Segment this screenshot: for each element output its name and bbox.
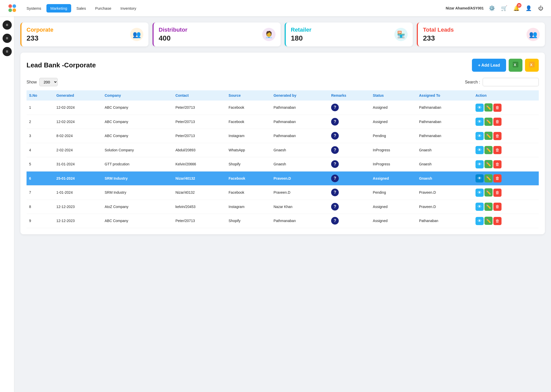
nav-link-marketing[interactable]: Marketing [46, 4, 71, 13]
stat-card-distributor[interactable]: Distributor 400 🧑‍💼 [153, 22, 281, 46]
show-select[interactable]: 200 100 50 [39, 78, 58, 86]
delete-button[interactable]: 🗑 [493, 174, 502, 182]
nav-link-systems[interactable]: Systems [22, 4, 45, 13]
stat-card-total-leads[interactable]: Total Leads 233 👥 [417, 22, 545, 46]
cell-3: Nizar/40132 [173, 186, 226, 200]
cell-5: Praveen.D [271, 171, 329, 186]
cell-3: Peter/20713 [173, 115, 226, 129]
view-button[interactable]: 👁 [475, 132, 484, 140]
cell-5: Pathmanaban [271, 214, 329, 228]
cell-remarks: ? [329, 214, 370, 228]
sidebar-icon-2[interactable]: ≡ [3, 34, 12, 43]
nav-links: SystemsMarketingSalesPurchaseInventory [22, 4, 446, 13]
view-button[interactable]: 👁 [475, 160, 484, 168]
cell-3: Peter/20713 [173, 129, 226, 143]
stat-icon-distributor: 🧑‍💼 [262, 28, 276, 41]
remarks-button[interactable]: ? [331, 146, 339, 154]
view-button[interactable]: 👁 [475, 174, 484, 182]
edit-button[interactable]: ✏️ [484, 174, 493, 182]
data-table: S.NoGeneratedCompanyContactSourceGenerat… [27, 90, 539, 228]
cell-2: AtoZ Company [102, 200, 173, 214]
remarks-button[interactable]: ? [331, 160, 339, 168]
edit-button[interactable]: ✏️ [484, 203, 493, 211]
edit-button[interactable]: ✏️ [484, 103, 493, 112]
cell-3: Peter/20713 [173, 101, 226, 115]
remarks-button[interactable]: ? [331, 132, 339, 140]
remarks-button[interactable]: ? [331, 104, 339, 111]
table-row: 531-01-2024GTT prodcutionKelvin/20666Sho… [27, 157, 539, 172]
view-button[interactable]: 👁 [475, 118, 484, 126]
cell-1: 12-02-2024 [54, 115, 102, 129]
delete-button[interactable]: 🗑 [493, 160, 502, 168]
logo [6, 2, 18, 14]
edit-button[interactable]: ✏️ [484, 160, 493, 168]
cart-icon[interactable]: 🛒 [500, 4, 508, 12]
edit-button[interactable]: ✏️ [484, 118, 493, 126]
cell-0: 3 [27, 129, 54, 143]
cell-status: InProgress [370, 143, 417, 157]
cell-status: Pending [370, 129, 417, 143]
delete-button[interactable]: 🗑 [493, 118, 502, 126]
cell-2: ABC Company [102, 115, 173, 129]
remarks-button[interactable]: ? [331, 203, 339, 211]
delete-button[interactable]: 🗑 [493, 132, 502, 140]
delete-button[interactable]: 🗑 [493, 189, 502, 197]
delete-button[interactable]: 🗑 [493, 104, 502, 112]
cell-2: ABC Company [102, 214, 173, 228]
view-button[interactable]: 👁 [475, 146, 484, 154]
sidebar-icon-3[interactable]: ≡ [3, 47, 12, 56]
cell-remarks: ? [329, 157, 370, 172]
cell-5: Praveen.D [271, 186, 329, 200]
cell-remarks: ? [329, 115, 370, 129]
cell-action: 👁✏️🗑 [473, 143, 539, 157]
remarks-button[interactable]: ? [331, 217, 339, 225]
delete-button[interactable]: 🗑 [493, 203, 502, 211]
sidebar: ≡ ≡ ≡ [0, 16, 14, 392]
stat-value-retailer: 180 [291, 34, 311, 42]
user-icon[interactable]: 👤 [524, 4, 533, 12]
cell-remarks: ? [329, 171, 370, 186]
edit-button[interactable]: ✏️ [484, 146, 493, 154]
edit-button[interactable]: ✏️ [484, 217, 493, 225]
cell-2: ABC Company [102, 101, 173, 115]
search-label: Search : [465, 80, 480, 84]
cell-status: Pending [370, 186, 417, 200]
view-button[interactable]: 👁 [475, 189, 484, 197]
edit-button[interactable]: ✏️ [484, 132, 493, 140]
stat-card-corporate[interactable]: Corporate 233 👥 [20, 22, 148, 46]
nav-link-sales[interactable]: Sales [72, 4, 90, 13]
sidebar-icon-1[interactable]: ≡ [3, 20, 12, 30]
delete-button[interactable]: 🗑 [493, 217, 502, 225]
table-row: 71-01-2024SRM IndustryNizar/40132Faceboo… [27, 186, 539, 200]
remarks-button[interactable]: ? [331, 189, 339, 196]
cell-4: Instagram [226, 200, 271, 214]
col-header-remarks: Remarks [329, 90, 370, 101]
show-label: Show [27, 80, 37, 84]
remarks-button[interactable]: ? [331, 175, 339, 182]
stat-card-retailer[interactable]: Retailer 180 🏪 [285, 22, 413, 46]
search-input[interactable] [483, 78, 539, 86]
edit-button[interactable]: ✏️ [484, 188, 493, 197]
cell-1: 25-01-2024 [54, 171, 102, 186]
remarks-button[interactable]: ? [331, 118, 339, 126]
nav-link-purchase[interactable]: Purchase [91, 4, 115, 13]
add-lead-button[interactable]: + Add Lead [472, 59, 506, 72]
cell-remarks: ? [329, 186, 370, 200]
view-button[interactable]: 👁 [475, 104, 484, 112]
export-excel-yellow-button[interactable]: X [525, 59, 539, 72]
view-button[interactable]: 👁 [475, 203, 484, 211]
stat-icon-retailer: 🏪 [394, 28, 408, 41]
settings-icon[interactable]: ⚙️ [488, 4, 496, 12]
view-button[interactable]: 👁 [475, 217, 484, 225]
delete-button[interactable]: 🗑 [493, 146, 502, 154]
notifications-icon[interactable]: 🔔 20 [512, 4, 520, 12]
cell-5: Nazar Khan [271, 200, 329, 214]
main-content: Corporate 233 👥 Distributor 400 🧑‍💼 Reta… [14, 16, 551, 392]
cell-5: Pathmanaban [271, 129, 329, 143]
power-icon[interactable]: ⏻ [537, 4, 545, 12]
export-excel-green-button[interactable]: X [509, 59, 522, 72]
cell-action: 👁✏️🗑 [473, 200, 539, 214]
nav-link-inventory[interactable]: Inventory [116, 4, 140, 13]
cell-action: 👁✏️🗑 [473, 115, 539, 129]
svg-point-0 [8, 4, 12, 8]
